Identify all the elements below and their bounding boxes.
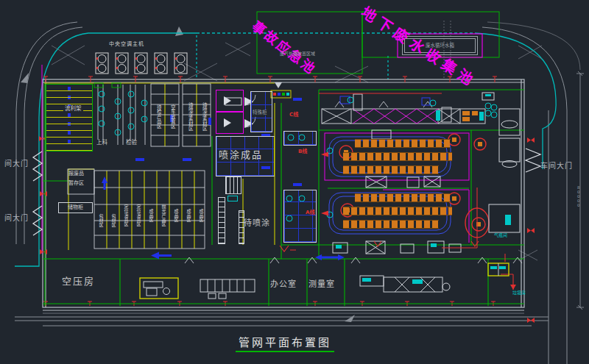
zone-label: 空车放置区	[166, 85, 179, 147]
booth-entry-box	[228, 196, 238, 201]
storage-column-label: 成品区	[145, 185, 157, 246]
storage-column-label: 包材区	[95, 196, 107, 246]
trash-room-label: 垃圾房	[512, 290, 526, 295]
line-table-lower	[283, 190, 317, 243]
loading-label: 上料	[96, 140, 107, 146]
carrier-row	[355, 193, 451, 202]
left-gate-upper-label: 间大门	[4, 160, 29, 168]
storage-column-label: 成品区	[195, 185, 207, 246]
wait-spray-label: 待喷涂	[244, 219, 270, 227]
line-c-label: C线	[289, 113, 298, 118]
storage-column-label: 成品区	[183, 185, 194, 246]
zone-label: 待喷漆素材区	[197, 85, 211, 147]
color-legend	[271, 82, 291, 98]
locker-box: 储物柜	[58, 202, 93, 213]
storage-column-label: 成品区	[170, 185, 182, 246]
oven-conveyor	[322, 101, 485, 124]
drawing-title: 管网平面布置图	[236, 338, 334, 352]
compressor-room-label: 空压房	[62, 276, 95, 286]
lift-upper	[216, 90, 244, 112]
oven-x-braces	[353, 109, 438, 124]
zone-label: 待检产品区	[152, 85, 165, 147]
line-a-label: A线	[306, 210, 314, 215]
inspection-label: 检验	[126, 140, 137, 146]
scrap-area-label-1: 报废品	[68, 171, 84, 176]
lift-arrow-icon	[224, 96, 236, 105]
lift-lower	[216, 112, 244, 134]
central-ac-label: 中央空调主机	[109, 42, 144, 47]
zone-label: 待喷漆素材区	[183, 85, 197, 147]
waste-gas-area-label: 废气处理放置区域	[280, 51, 315, 56]
locker-label: 储物柜	[68, 205, 83, 210]
carrier-row	[343, 207, 452, 215]
carrier-row	[355, 139, 451, 148]
storage-column-label: 包材区	[107, 196, 119, 246]
carrier-row	[343, 220, 439, 229]
lift-arrow-icon	[224, 118, 236, 127]
room-equipment	[140, 257, 522, 299]
measuring-room-label: 测量室	[308, 280, 335, 288]
storage-column-label: 定位治具区	[133, 185, 144, 246]
gas-room-label: 气瓶间	[494, 233, 507, 238]
carrier-row	[343, 152, 452, 161]
line-b-label: B线	[298, 149, 307, 154]
right-dimension-text: 80000	[574, 180, 582, 213]
storage-column-label: 抛光产品区	[158, 185, 169, 246]
scrap-area-label-2: 暂存区	[68, 181, 84, 186]
ac-units	[96, 53, 187, 74]
flow-rack-label: 流利架	[63, 106, 83, 112]
spray-finished-label: 喷涂成品	[219, 150, 263, 160]
office-label: 办公室	[270, 280, 297, 288]
cad-floor-plan: 废水循环水箱 储物柜 中央空调主机 事故应急池 地下废水收集池 废气处理放置区域…	[0, 0, 589, 364]
carrier-row	[343, 165, 439, 174]
spray-booth-machine	[225, 176, 241, 194]
special-rack-label: 特殊柜	[253, 110, 267, 115]
flow-rack-shelves	[46, 84, 93, 151]
line-table-upper	[283, 131, 317, 146]
right-gate-label: 车间大门	[540, 163, 573, 170]
storage-column-label: 定位治具区	[120, 185, 132, 246]
ladder-rack-left	[218, 197, 225, 244]
left-gate-lower-label: 间大门	[4, 215, 29, 222]
